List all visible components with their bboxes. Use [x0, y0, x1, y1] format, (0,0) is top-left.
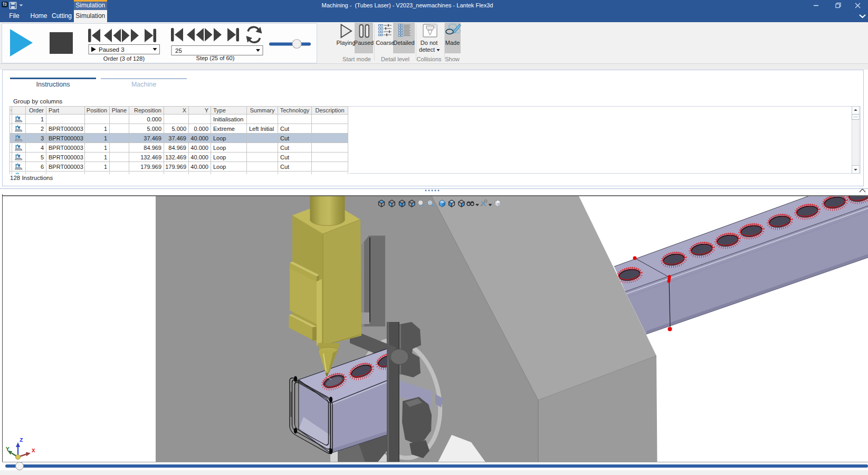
svg-text:Start mode: Start mode — [342, 56, 371, 62]
svg-text:Collisions: Collisions — [416, 56, 442, 62]
svg-text:Show: Show — [445, 56, 460, 62]
svg-text:Made: Made — [445, 40, 460, 46]
svg-text:Coarse: Coarse — [376, 40, 394, 46]
svg-text:Order (3 of 128): Order (3 of 128) — [103, 55, 145, 62]
svg-text:Z: Z — [20, 437, 23, 443]
svg-text:Detail level: Detail level — [381, 56, 409, 62]
svg-text:X: X — [32, 448, 35, 454]
svg-text:Paused 3: Paused 3 — [99, 46, 125, 52]
svg-text:detect: detect — [419, 46, 435, 53]
svg-text:Do not: Do not — [421, 40, 437, 46]
svg-text:Y: Y — [6, 446, 9, 452]
svg-text:Paused: Paused — [354, 40, 374, 46]
svg-text:Step (25 of 60): Step (25 of 60) — [196, 55, 235, 61]
svg-text:Playing: Playing — [336, 40, 355, 46]
svg-text:25: 25 — [175, 47, 182, 53]
svg-text:Detailed: Detailed — [393, 40, 414, 46]
